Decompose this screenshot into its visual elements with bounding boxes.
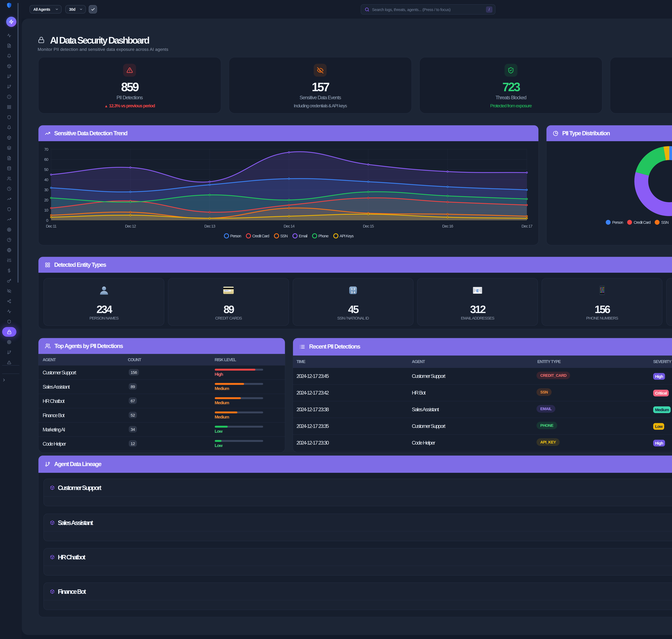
svg-text:Credit Card: Credit Card [634, 220, 650, 224]
svg-text:Person: Person [230, 234, 241, 238]
svg-text:10: 10 [44, 208, 48, 212]
svg-text:Dec 16: Dec 16 [442, 224, 453, 228]
svg-text:E: E [476, 289, 479, 293]
svg-text:60: 60 [44, 157, 48, 162]
svg-text:Credit Card: Credit Card [252, 234, 269, 238]
svg-text:Dec 13: Dec 13 [204, 224, 215, 228]
svg-text:1: 1 [351, 287, 353, 291]
svg-text:0: 0 [46, 218, 48, 222]
svg-text:8891 6253 5033: 8891 6253 5033 [224, 292, 233, 293]
svg-text:Dec 17: Dec 17 [521, 224, 532, 228]
svg-text:Person: Person [612, 220, 623, 224]
svg-text:Email: Email [299, 234, 307, 238]
svg-text:40: 40 [44, 177, 48, 182]
svg-text:4: 4 [353, 291, 355, 294]
svg-text:Dec 15: Dec 15 [363, 224, 374, 228]
svg-text:20: 20 [44, 198, 48, 202]
svg-text:SSN: SSN [661, 220, 668, 224]
svg-text:API Keys: API Keys [339, 234, 353, 238]
svg-text:Dec 12: Dec 12 [125, 224, 136, 228]
svg-text:SSN: SSN [280, 234, 287, 238]
svg-text:3: 3 [351, 291, 353, 294]
svg-text:Phone: Phone [318, 234, 329, 238]
svg-text:70: 70 [44, 147, 48, 152]
svg-text:Dec 11: Dec 11 [46, 224, 56, 228]
svg-text:30: 30 [44, 188, 48, 192]
svg-text:Dec 14: Dec 14 [284, 224, 294, 228]
svg-text:2: 2 [353, 287, 355, 291]
svg-text:50: 50 [44, 167, 48, 172]
